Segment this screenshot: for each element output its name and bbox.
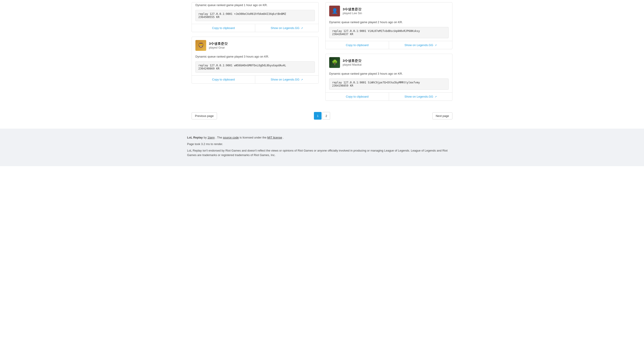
- app-name: LoL Replay: [187, 136, 203, 139]
- show-legends-btn-gnar[interactable]: Show on Legends.GG ↗: [255, 76, 318, 84]
- card-header-lee-sin: 👤 3수생호준갓 played Lee Sin: [326, 2, 452, 20]
- pagination-bar: Previous page 1 2 Next page: [192, 108, 452, 126]
- replay-code-lee-sin: replay 127.0.0.1:9001 ViHL07eM1Tvbd0scUq…: [329, 27, 448, 38]
- game-card-lee-sin: 👤 3수생호준갓 played Lee Sin Dynamic queue ra…: [325, 2, 452, 49]
- prev-page-button[interactable]: Previous page: [192, 112, 217, 120]
- disclaimer: LoL Replay isn't endorsed by Riot Games …: [187, 148, 457, 158]
- game-description-left-top: Dynamic queue ranked game played 1 hour …: [192, 2, 318, 9]
- player-name-gnar: 3수생호준갓: [209, 42, 228, 46]
- replay-code-left-top: replay 127.0.0.1:9001 +Jm300eCXoR61hYbkm…: [196, 10, 315, 21]
- footer-inner: LoL Replay by 1lann . The source code is…: [187, 135, 457, 158]
- footer-period: .: [283, 136, 284, 139]
- avatar-gnar: 🦁: [196, 40, 206, 51]
- avatar-maokai: 🌳: [329, 57, 340, 68]
- external-link-icon: ↗: [301, 27, 303, 30]
- show-legends-btn-left-top[interactable]: Show on Legends.GG ↗: [255, 24, 318, 32]
- game-card-left-top: Dynamic queue ranked game played 1 hour …: [192, 2, 319, 32]
- card-actions-left-top: Copy to clipboard Show on Legends.GG ↗: [192, 24, 318, 32]
- player-name-maokai: 3수생호준갓: [343, 59, 362, 63]
- copy-clipboard-btn-gnar[interactable]: Copy to clipboard: [192, 76, 255, 84]
- champion-name-maokai: played Maokai: [343, 63, 362, 66]
- player-name-lee-sin: 3수생호준갓: [343, 7, 362, 12]
- copy-clipboard-btn-left-top[interactable]: Copy to clipboard: [192, 24, 255, 32]
- render-time: Page took 3.2 ms to render.: [187, 142, 457, 146]
- replay-code-gnar: replay 127.0.0.1:9001 wN56bHOnGM0fOxLOgD…: [196, 62, 315, 72]
- champion-name-gnar: played Gnar: [209, 46, 228, 49]
- copy-clipboard-btn-lee-sin[interactable]: Copy to clipboard: [326, 41, 389, 49]
- game-description-gnar: Dynamic queue ranked game played 3 hours…: [192, 54, 318, 60]
- replay-code-maokai: replay 127.0.0.1:9001 SiWhC9jpe7Q+Dtha3b…: [329, 78, 448, 90]
- game-description-lee-sin: Dynamic queue ranked game played 2 hours…: [326, 20, 452, 26]
- left-column: Dynamic queue ranked game played 1 hour …: [192, 2, 319, 105]
- external-link-icon-lee-sin: ↗: [435, 44, 437, 46]
- card-actions-maokai: Copy to clipboard Show on Legends.GG ↗: [326, 92, 452, 100]
- copy-clipboard-btn-maokai[interactable]: Copy to clipboard: [326, 93, 389, 100]
- game-card-maokai: 🌳 3수생호준갓 played Maokai Dynamic queue ran…: [325, 54, 452, 101]
- player-info-lee-sin: 3수생호준갓 played Lee Sin: [343, 7, 362, 15]
- page-2-button[interactable]: 2: [322, 112, 330, 120]
- player-info-maokai: 3수생호준갓 played Maokai: [343, 59, 362, 66]
- external-link-icon-maokai: ↗: [435, 95, 437, 98]
- mit-license-link[interactable]: MIT license: [267, 136, 282, 139]
- champion-name-lee-sin: played Lee Sin: [343, 12, 362, 15]
- author-link[interactable]: 1lann: [208, 136, 215, 139]
- player-info-gnar: 3수생호준갓 played Gnar: [209, 42, 228, 49]
- source-code-link[interactable]: source code: [223, 136, 239, 139]
- footer-credit: LoL Replay by 1lann . The source code is…: [187, 135, 457, 140]
- footer-license-text: . The: [216, 136, 223, 139]
- show-legends-btn-maokai[interactable]: Show on Legends.GG ↗: [389, 93, 452, 100]
- show-legends-btn-lee-sin[interactable]: Show on Legends.GG ↗: [389, 41, 452, 49]
- card-actions-gnar: Copy to clipboard Show on Legends.GG ↗: [192, 75, 318, 84]
- right-column: 👤 3수생호준갓 played Lee Sin Dynamic queue ra…: [325, 2, 452, 105]
- footer-by-text: by: [204, 136, 207, 139]
- page-numbers: 1 2: [314, 112, 330, 120]
- card-header-maokai: 🌳 3수생호준갓 played Maokai: [326, 54, 452, 71]
- game-description-maokai: Dynamic queue ranked game played 3 hours…: [326, 71, 452, 78]
- avatar-lee-sin: 👤: [329, 6, 340, 16]
- game-card-gnar: 🦁 3수생호준갓 played Gnar Dynamic queue ranke…: [192, 37, 319, 84]
- next-page-button[interactable]: Next page: [432, 112, 452, 120]
- card-header-gnar: 🦁 3수생호준갓 played Gnar: [192, 37, 318, 54]
- footer-is-licensed-text: is licensed under the: [240, 136, 267, 139]
- card-actions-lee-sin: Copy to clipboard Show on Legends.GG ↗: [326, 41, 452, 49]
- page-1-button[interactable]: 1: [314, 112, 322, 120]
- footer: LoL Replay by 1lann . The source code is…: [0, 128, 644, 166]
- external-link-icon-gnar: ↗: [301, 78, 303, 81]
